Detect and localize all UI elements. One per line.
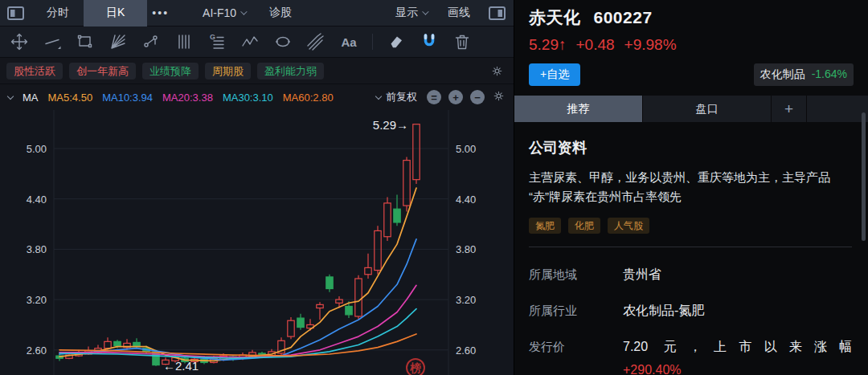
right-panel-tabs: 推荐 盘口 +: [514, 96, 868, 122]
text-tool-icon[interactable]: Aa: [339, 32, 358, 51]
info-value: 贵州省: [623, 267, 852, 283]
stock-tag[interactable]: 股性活跃: [6, 63, 63, 79]
trash-icon[interactable]: [452, 32, 472, 51]
add-watchlist-button[interactable]: +自选: [529, 63, 580, 86]
company-tags: 氮肥 化肥 人气股: [529, 218, 852, 234]
tab-order-book[interactable]: 盘口: [643, 96, 772, 122]
industry-change: -1.64%: [812, 67, 847, 82]
chart-panel: 分时 日K ••• AI-F10 诊股 显示 画线 G: [0, 0, 514, 375]
issue-price-value: 7.20 元，上市以来涨幅: [623, 339, 852, 356]
ma5-value: MA5:4.50: [48, 92, 93, 104]
section-divider: [529, 247, 852, 247]
svg-text:G: G: [210, 33, 215, 41]
current-price: 5.29↑: [529, 36, 566, 54]
drawing-toolbar: G Aa: [0, 26, 514, 58]
stock-tags-row: 股性活跃 创一年新高 业绩预降 周期股 盈利能力弱: [0, 58, 514, 84]
toggle-left-panel-icon[interactable]: [6, 6, 24, 20]
segment-tool-icon[interactable]: [141, 32, 161, 51]
price-adjust-dropdown[interactable]: 前复权: [376, 90, 417, 104]
svg-text:5.00: 5.00: [27, 143, 47, 155]
svg-text:3.20: 3.20: [27, 294, 47, 306]
svg-text:5.29→: 5.29→: [373, 118, 408, 132]
price-change-pct: +9.98%: [624, 36, 677, 54]
more-periods-button[interactable]: •••: [147, 0, 174, 26]
chart-area: 5.005.004.404.403.803.803.203.202.602.60…: [0, 110, 514, 375]
company-tag[interactable]: 化肥: [568, 218, 600, 234]
gann-fan-tool-icon[interactable]: [108, 32, 128, 51]
chevron-down-icon: [240, 8, 247, 14]
info-label: 所属行业: [529, 304, 623, 319]
stock-name: 赤天化: [529, 6, 581, 29]
display-dropdown[interactable]: 显示: [391, 0, 432, 26]
gann-lines-tool-icon[interactable]: G: [207, 32, 227, 51]
svg-text:3.20: 3.20: [456, 294, 476, 306]
chevron-down-icon: [375, 92, 382, 99]
stock-tag[interactable]: 周期股: [205, 63, 251, 79]
ma10-value: MA10:3.94: [102, 92, 153, 104]
company-description: 主营尿素、甲醇，业务以贵州、重庆等地为主，主导产品“赤”牌尿素在贵州市占率领先: [529, 168, 849, 207]
zoom-out-button[interactable]: −: [470, 90, 485, 104]
stock-tag[interactable]: 盈利能力弱: [257, 63, 324, 79]
svg-text:4.40: 4.40: [456, 194, 476, 206]
info-label: 发行价: [529, 340, 623, 355]
ai-f10-dropdown[interactable]: AI-F10: [198, 0, 250, 26]
add-tab-button[interactable]: +: [772, 96, 807, 122]
tags-settings-gear-icon[interactable]: [490, 64, 504, 81]
ma-group-label[interactable]: MA: [23, 92, 39, 104]
section-title: 公司资料: [529, 138, 852, 157]
ma60-value: MA60:2.80: [283, 92, 334, 104]
stock-info-panel: 赤天化 600227 5.29↑ +0.48 +9.98% +自选 农化制品 -…: [514, 0, 868, 375]
stock-header: 赤天化 600227 5.29↑ +0.48 +9.98% +自选 农化制品 -…: [514, 0, 868, 86]
info-row-issue-price: 发行价 7.20 元，上市以来涨幅 +290.40%: [529, 339, 852, 375]
zoom-reset-button[interactable]: =: [427, 90, 441, 104]
stock-app-window: 分时 日K ••• AI-F10 诊股 显示 画线 G: [0, 0, 868, 375]
draw-line-button[interactable]: 画线: [443, 0, 475, 26]
industry-badge[interactable]: 农化制品 -1.64%: [754, 63, 854, 86]
chart-settings-gear-icon[interactable]: [492, 89, 506, 105]
move-cursor-icon[interactable]: [10, 32, 29, 51]
chevron-down-icon: [422, 8, 428, 14]
trend-line-tool-icon[interactable]: [43, 32, 62, 51]
info-label: 所属地域: [529, 267, 623, 283]
tabbar-filler: [807, 96, 868, 122]
collapse-chevron-icon[interactable]: [7, 92, 14, 99]
zigzag-tool-icon[interactable]: [240, 32, 260, 51]
tab-recommend[interactable]: 推荐: [514, 96, 643, 122]
svg-text:2.60: 2.60: [456, 344, 476, 357]
info-row-region: 所属地域 贵州省: [529, 267, 852, 283]
tab-minute-chart[interactable]: 分时: [42, 0, 74, 26]
svg-text:3.80: 3.80: [456, 243, 476, 255]
pitchfork-tool-icon[interactable]: [306, 32, 326, 51]
svg-text:4.40: 4.40: [27, 194, 47, 206]
stock-code: 600227: [594, 8, 653, 27]
vertical-lines-tool-icon[interactable]: [174, 32, 194, 51]
info-row-industry: 所属行业 农化制品-氮肥: [529, 303, 852, 320]
toggle-right-panel-icon[interactable]: [488, 6, 506, 20]
svg-text:2.60: 2.60: [27, 344, 47, 357]
zoom-in-button[interactable]: +: [448, 90, 463, 104]
scrollbar-thumb[interactable]: [862, 112, 866, 241]
ma-indicator-bar: MA MA5:4.50 MA10:3.94 MA20:3.38 MA30:3.1…: [0, 84, 514, 110]
svg-text:3.80: 3.80: [27, 243, 47, 255]
candlestick-chart[interactable]: 5.005.004.404.403.803.803.203.202.602.60…: [0, 110, 514, 375]
stock-tag[interactable]: 创一年新高: [69, 63, 136, 79]
magnet-tool-icon[interactable]: [420, 32, 439, 51]
tab-daily-k[interactable]: 日K: [84, 0, 147, 26]
svg-text:榜: 榜: [409, 361, 421, 374]
ellipse-tool-icon[interactable]: [273, 32, 293, 51]
company-info-section: 公司资料 主营尿素、甲醇，业务以贵州、重庆等地为主，主导产品“赤”牌尿素在贵州市…: [514, 122, 868, 375]
stock-tag[interactable]: 业绩预降: [142, 63, 199, 79]
eraser-tool-icon[interactable]: [387, 32, 406, 51]
toolbar-divider: [372, 34, 373, 50]
company-tag[interactable]: 人气股: [608, 218, 649, 234]
company-tag[interactable]: 氮肥: [529, 218, 561, 234]
diagnose-stock-button[interactable]: 诊股: [264, 0, 297, 26]
industry-name: 农化制品: [760, 67, 805, 82]
rectangle-tool-icon[interactable]: [76, 32, 95, 51]
price-change: +0.48: [575, 36, 614, 54]
svg-text:5.00: 5.00: [456, 143, 476, 155]
ma20-value: MA20:3.38: [162, 92, 213, 104]
ma30-value: MA30:3.10: [223, 92, 273, 104]
chart-top-toolbar: 分时 日K ••• AI-F10 诊股 显示 画线: [0, 0, 514, 26]
info-value: 农化制品-氮肥: [623, 303, 852, 320]
